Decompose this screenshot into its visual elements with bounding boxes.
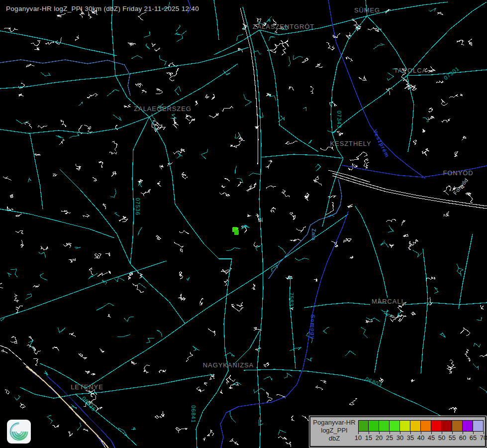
- map-line: [69, 133, 79, 138]
- map-line: [220, 212, 348, 448]
- city-label: TAPOLCA: [394, 67, 427, 74]
- map-line: [15, 214, 22, 217]
- map-line: [296, 227, 306, 232]
- map-line: [429, 108, 433, 112]
- map-line: [413, 250, 422, 257]
- map-line: [214, 0, 219, 40]
- map-line: [278, 437, 287, 440]
- map-line: [175, 33, 181, 34]
- map-line: [180, 230, 190, 234]
- dbz-tick-label: 35: [407, 434, 414, 442]
- dbz-tick-label: 10: [355, 434, 362, 442]
- map-line: [436, 81, 444, 84]
- map-line: [413, 140, 416, 145]
- map-line: [207, 430, 214, 436]
- map-line: [91, 373, 95, 375]
- map-line: [5, 390, 9, 394]
- map-line: [34, 154, 40, 155]
- map-line: [124, 105, 130, 108]
- map-line: [75, 247, 81, 249]
- map-line: [168, 162, 173, 167]
- map-line: [444, 212, 449, 217]
- map-line: [40, 273, 47, 280]
- map-line: [480, 387, 487, 398]
- met-logo[interactable]: [7, 420, 31, 444]
- map-line: [110, 189, 116, 198]
- map-line: [177, 31, 187, 42]
- dbz-scale-cell: [462, 420, 473, 432]
- map-line: [160, 165, 164, 169]
- map-line: [328, 0, 425, 178]
- map-line: [157, 182, 161, 187]
- map-line: [0, 47, 249, 89]
- map-line: [421, 249, 428, 373]
- map-line: [124, 317, 134, 322]
- map-line: [179, 272, 183, 280]
- map-line: [223, 268, 232, 272]
- map-line: [112, 141, 117, 151]
- map-line: [450, 360, 456, 368]
- map-line: [132, 283, 144, 293]
- map-line: [113, 114, 121, 120]
- map-line: [254, 328, 262, 331]
- map-line: [138, 12, 147, 20]
- map-line: [325, 203, 334, 215]
- map-line: [375, 310, 388, 372]
- map-line: [290, 277, 295, 368]
- map-line: [84, 429, 89, 432]
- map-line: [111, 0, 149, 117]
- map-line: [269, 179, 342, 279]
- map-line: [337, 131, 343, 136]
- map-line: [313, 180, 321, 186]
- dbz-tick-label: 70: [480, 434, 487, 442]
- map-line: [144, 31, 150, 37]
- map-line: [364, 158, 369, 168]
- map-line: [4, 28, 18, 32]
- map-line: [173, 117, 179, 128]
- map-line: [267, 392, 273, 402]
- map-line: [441, 118, 450, 122]
- map-line: [167, 72, 173, 76]
- map-line: [208, 329, 215, 336]
- map-line: [77, 423, 81, 431]
- map-line: [177, 152, 183, 158]
- map-line: [440, 333, 446, 337]
- map-line: [52, 425, 59, 428]
- map-line: [38, 125, 48, 128]
- map-line: [314, 279, 317, 282]
- map-line: [477, 317, 482, 320]
- map-line: [107, 90, 120, 97]
- map-line: [58, 328, 66, 333]
- map-line: [27, 345, 35, 350]
- map-line: [155, 416, 162, 419]
- map-line: [34, 47, 39, 50]
- radar-map: SÜMEGZALASZENTGRÓTTAPOLCAZALAEGERSZEGKES…: [0, 0, 487, 448]
- city-label: NAGYKANIZSA: [203, 361, 254, 369]
- map-line: [237, 34, 243, 41]
- map-line: [461, 328, 470, 336]
- map-line: [295, 258, 309, 261]
- map-line: [201, 149, 208, 159]
- map-line: [41, 246, 48, 250]
- map-line: [138, 227, 142, 236]
- map-line: [254, 388, 265, 393]
- map-line: [156, 235, 161, 240]
- map-line: [346, 57, 352, 62]
- map-line: [176, 428, 187, 433]
- map-line: [138, 283, 146, 288]
- map-line: [0, 31, 117, 56]
- map-line: [79, 102, 83, 106]
- map-line: [141, 189, 150, 196]
- map-line: [33, 285, 39, 288]
- map-line: [97, 273, 107, 276]
- map-line: [204, 382, 207, 385]
- map-line: [449, 407, 457, 412]
- map-line: [138, 179, 143, 182]
- legend-title-block: Poganyvar-HR logZ_PPI dbZ: [310, 419, 358, 443]
- map-line: [19, 94, 23, 97]
- map-line: [20, 240, 24, 247]
- map-line: [186, 352, 193, 362]
- map-line: [255, 125, 259, 129]
- map-line: [320, 147, 334, 150]
- map-line: [130, 117, 149, 264]
